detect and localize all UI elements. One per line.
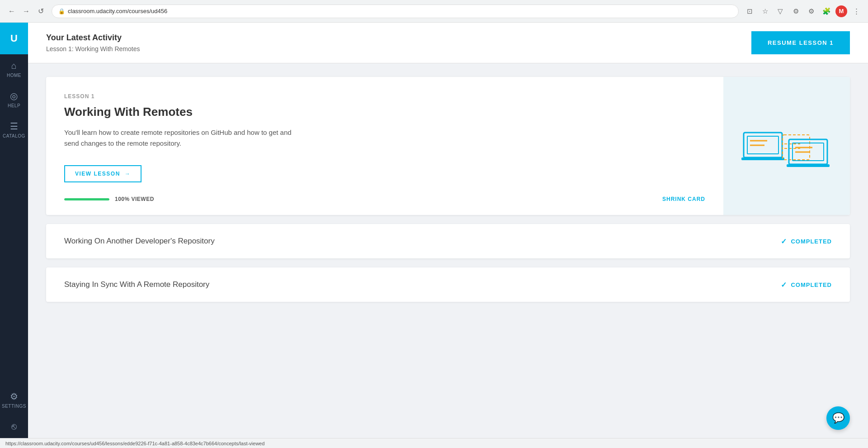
sidebar-item-help[interactable]: ◎ HELP [0,84,28,114]
completed-badge-1: ✓ COMPLETED [781,281,832,289]
sidebar-bottom: ⚙ SETTINGS ⎋ [2,385,26,438]
top-bar-left: Your Latest Activity Lesson 1: Working W… [46,33,140,52]
catalog-icon: ☰ [10,121,19,132]
arrow-right-icon: → [125,171,131,177]
extension3-icon[interactable]: 🧩 [820,5,833,18]
compact-card-1: Staying In Sync With A Remote Repository… [46,267,850,302]
compact-card-0: Working On Another Developer's Repositor… [46,224,850,258]
extension-icon[interactable]: ⚙ [789,5,802,18]
progress-left: 100% VIEWED [64,196,154,202]
browser-actions: ⊡ ☆ ▽ ⚙ ⚙ 🧩 M ⋮ [743,5,863,18]
help-label: HELP [8,103,20,108]
lesson-card-expanded: LESSON 1 Working With Remotes You'll lea… [46,77,850,215]
sidebar-item-catalog[interactable]: ☰ CATALOG [0,114,28,145]
sidebar-item-home[interactable]: ⌂ HOME [0,54,28,84]
extension2-icon[interactable]: ⚙ [805,5,817,18]
lesson-description: You'll learn how to create remote reposi… [64,127,299,149]
status-bar: https://classroom.udacity.com/courses/ud… [0,438,868,448]
home-icon: ⌂ [11,61,17,71]
sidebar-logo[interactable]: U [0,23,28,54]
back-button[interactable]: ← [5,5,18,18]
sidebar-item-settings[interactable]: ⚙ SETTINGS [2,385,26,415]
browser-content: U ⌂ HOME ◎ HELP ☰ CATALOG ⚙ SETTINGS ⎋ [0,23,868,438]
sidebar-item-logout[interactable]: ⎋ [2,415,26,438]
content-area: LESSON 1 Working With Remotes You'll lea… [28,63,868,315]
forward-button[interactable]: → [20,5,33,18]
url-text: classroom.udacity.com/courses/ud456 [68,8,167,14]
menu-icon[interactable]: ⋮ [850,5,863,18]
help-icon: ◎ [10,91,18,101]
catalog-label: CATALOG [3,133,25,138]
shrink-card-button[interactable]: SHRINK CARD [662,196,705,202]
settings-icon: ⚙ [10,391,19,402]
logout-icon: ⎋ [11,421,17,432]
cast-icon[interactable]: ⊡ [743,5,756,18]
progress-row: 100% VIEWED SHRINK CARD [64,196,705,202]
completed-label-0: COMPLETED [791,238,832,245]
resume-lesson-button[interactable]: RESUME LESSON 1 [751,31,850,54]
progress-bar-fill [64,198,109,200]
svg-rect-4 [741,157,784,160]
settings-label: SETTINGS [2,404,26,409]
progress-bar-background [64,198,109,200]
lesson-subtitle: Lesson 1: Working With Remotes [46,45,140,52]
lesson-label: LESSON 1 [64,93,705,100]
svg-rect-12 [787,164,830,167]
top-bar: Your Latest Activity Lesson 1: Working W… [28,23,868,63]
home-label: HOME [7,73,21,78]
nav-buttons: ← → ↺ [5,5,47,18]
lock-icon: 🔒 [58,8,65,14]
bookmark-icon[interactable]: ☆ [759,5,771,18]
url-bar[interactable]: 🔒 classroom.udacity.com/courses/ud456 [52,5,739,18]
reload-button[interactable]: ↺ [34,5,47,18]
activity-title: Your Latest Activity [46,33,140,43]
logo-text: U [10,33,18,44]
profile-avatar[interactable]: M [835,5,847,17]
view-lesson-label: VIEW LESSON [75,171,120,177]
progress-text: 100% VIEWED [115,196,154,202]
browser-toolbar: ← → ↺ 🔒 classroom.udacity.com/courses/ud… [0,0,868,23]
remotes-illustration [739,110,834,182]
status-url: https://classroom.udacity.com/courses/ud… [5,441,264,446]
completed-badge-0: ✓ COMPLETED [781,237,832,246]
compact-card-title-1: Staying In Sync With A Remote Repository [64,280,209,289]
chat-icon: 💬 [832,412,844,424]
lesson-card-illustration [723,77,850,215]
lesson-card-left: LESSON 1 Working With Remotes You'll lea… [46,77,723,215]
main-content: Your Latest Activity Lesson 1: Working W… [28,23,868,438]
completed-label-1: COMPLETED [791,281,832,288]
check-icon-0: ✓ [781,237,787,246]
compact-card-title-0: Working On Another Developer's Repositor… [64,237,215,246]
chat-button[interactable]: 💬 [826,406,850,430]
view-lesson-button[interactable]: VIEW LESSON → [64,165,142,182]
sidebar: U ⌂ HOME ◎ HELP ☰ CATALOG ⚙ SETTINGS ⎋ [0,23,28,438]
lesson-title: Working With Remotes [64,105,705,119]
check-icon-1: ✓ [781,281,787,289]
filter-icon[interactable]: ▽ [774,5,787,18]
